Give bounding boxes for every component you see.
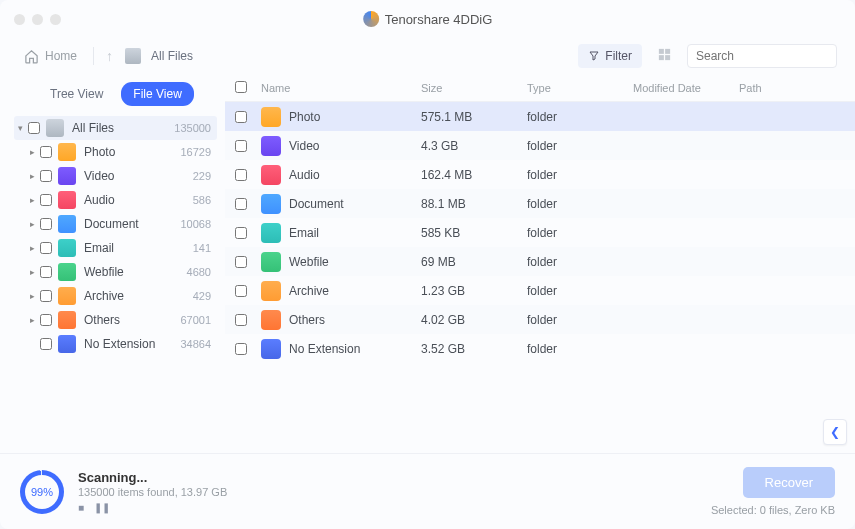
col-header-modified[interactable]: Modified Date [633, 82, 739, 94]
tree-label: All Files [72, 121, 174, 135]
row-checkbox[interactable] [235, 227, 247, 239]
tree-count: 586 [193, 194, 211, 206]
up-button[interactable]: ↑ [104, 48, 115, 64]
caret-icon[interactable]: ▸ [26, 171, 38, 181]
row-type: folder [527, 255, 633, 269]
pause-button[interactable]: ❚❚ [94, 502, 110, 513]
caret-icon[interactable]: ▾ [14, 123, 26, 133]
tree-count: 34864 [180, 338, 211, 350]
svg-rect-0 [659, 48, 664, 53]
tree-checkbox[interactable] [40, 170, 52, 182]
breadcrumb[interactable]: All Files [151, 49, 193, 63]
sidebar-item-video[interactable]: ▸Video229 [14, 164, 217, 188]
tree-checkbox[interactable] [28, 122, 40, 134]
tree-count: 67001 [180, 314, 211, 326]
sidebar-item-email[interactable]: ▸Email141 [14, 236, 217, 260]
row-checkbox[interactable] [235, 285, 247, 297]
caret-icon[interactable]: ▸ [26, 315, 38, 325]
search-input[interactable] [696, 49, 846, 63]
row-name: Audio [289, 168, 320, 182]
table-row[interactable]: Archive1.23 GBfolder [225, 276, 855, 305]
table-row[interactable]: Audio162.4 MBfolder [225, 160, 855, 189]
grid-icon [657, 47, 672, 62]
category-icon [58, 311, 76, 329]
row-checkbox[interactable] [235, 140, 247, 152]
tree-checkbox[interactable] [40, 314, 52, 326]
recover-button[interactable]: Recover [743, 467, 835, 498]
sidebar-item-others[interactable]: ▸Others67001 [14, 308, 217, 332]
tree-label: Webfile [84, 265, 187, 279]
home-button[interactable]: Home [18, 45, 83, 68]
svg-rect-3 [665, 55, 670, 60]
row-size: 88.1 MB [421, 197, 527, 211]
tree-checkbox[interactable] [40, 146, 52, 158]
svg-rect-2 [659, 55, 664, 60]
category-icon [58, 143, 76, 161]
scan-status-sub: 135000 items found, 13.97 GB [78, 486, 227, 498]
table-row[interactable]: Webfile69 MBfolder [225, 247, 855, 276]
minimize-icon[interactable] [32, 14, 43, 25]
col-header-name[interactable]: Name [261, 82, 421, 94]
tree-checkbox[interactable] [40, 266, 52, 278]
tree-checkbox[interactable] [40, 194, 52, 206]
tab-file-view[interactable]: File View [121, 82, 193, 106]
table-row[interactable]: Photo575.1 MBfolder [225, 102, 855, 131]
app-title: Tenorshare 4DDiG [385, 12, 493, 27]
row-type: folder [527, 168, 633, 182]
search-box[interactable] [687, 44, 837, 68]
select-all-checkbox[interactable] [235, 81, 247, 93]
row-checkbox[interactable] [235, 169, 247, 181]
filter-button[interactable]: Filter [578, 44, 642, 68]
tree-checkbox[interactable] [40, 242, 52, 254]
sidebar-item-document[interactable]: ▸Document10068 [14, 212, 217, 236]
file-type-icon [261, 339, 281, 359]
panel-toggle-button[interactable]: ❮ [823, 419, 847, 445]
row-checkbox[interactable] [235, 314, 247, 326]
maximize-icon[interactable] [50, 14, 61, 25]
caret-icon[interactable]: ▸ [26, 243, 38, 253]
row-name: Document [289, 197, 344, 211]
col-header-size[interactable]: Size [421, 82, 527, 94]
sidebar-item-no-extension[interactable]: No Extension34864 [14, 332, 217, 356]
stop-button[interactable]: ■ [78, 502, 84, 513]
col-header-type[interactable]: Type [527, 82, 633, 94]
tree-label: Archive [84, 289, 193, 303]
sidebar-item-audio[interactable]: ▸Audio586 [14, 188, 217, 212]
category-icon [58, 239, 76, 257]
table-row[interactable]: Video4.3 GBfolder [225, 131, 855, 160]
toolbar: Home ↑ All Files Filter [0, 38, 855, 74]
tree-checkbox[interactable] [40, 338, 52, 350]
window-controls[interactable] [14, 14, 61, 25]
tab-tree-view[interactable]: Tree View [38, 82, 115, 106]
file-type-icon [261, 281, 281, 301]
sidebar-item-photo[interactable]: ▸Photo16729 [14, 140, 217, 164]
row-checkbox[interactable] [235, 343, 247, 355]
caret-icon[interactable]: ▸ [26, 195, 38, 205]
sidebar-item-archive[interactable]: ▸Archive429 [14, 284, 217, 308]
caret-icon[interactable]: ▸ [26, 147, 38, 157]
tree-checkbox[interactable] [40, 218, 52, 230]
caret-icon[interactable]: ▸ [26, 267, 38, 277]
caret-icon[interactable]: ▸ [26, 291, 38, 301]
close-icon[interactable] [14, 14, 25, 25]
row-checkbox[interactable] [235, 256, 247, 268]
tree-count: 429 [193, 290, 211, 302]
row-type: folder [527, 197, 633, 211]
row-name: Email [289, 226, 319, 240]
tree-checkbox[interactable] [40, 290, 52, 302]
row-name: Video [289, 139, 319, 153]
row-checkbox[interactable] [235, 111, 247, 123]
table-row[interactable]: Others4.02 GBfolder [225, 305, 855, 334]
sidebar-item-webfile[interactable]: ▸Webfile4680 [14, 260, 217, 284]
table-row[interactable]: Document88.1 MBfolder [225, 189, 855, 218]
file-type-icon [261, 252, 281, 272]
file-type-icon [261, 310, 281, 330]
sidebar-item-all-files[interactable]: ▾All Files135000 [14, 116, 217, 140]
row-name: Photo [289, 110, 320, 124]
col-header-path[interactable]: Path [739, 82, 845, 94]
table-row[interactable]: Email585 KBfolder [225, 218, 855, 247]
table-row[interactable]: No Extension3.52 GBfolder [225, 334, 855, 363]
row-checkbox[interactable] [235, 198, 247, 210]
view-grid-button[interactable] [652, 42, 677, 71]
caret-icon[interactable]: ▸ [26, 219, 38, 229]
